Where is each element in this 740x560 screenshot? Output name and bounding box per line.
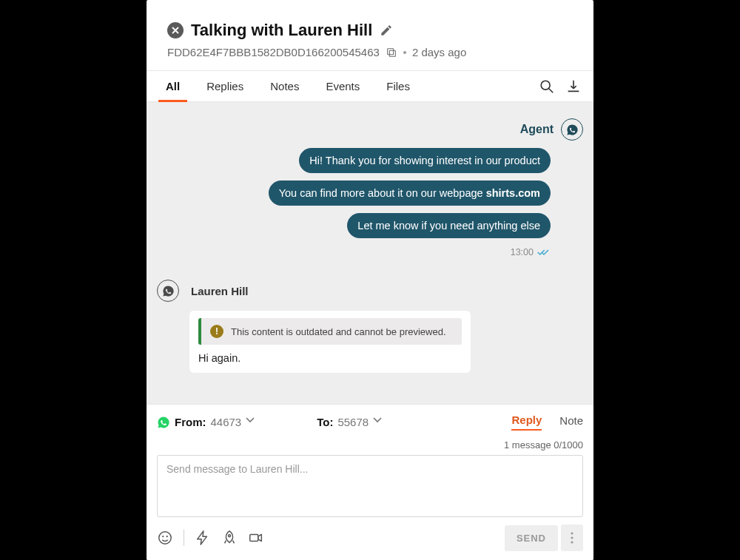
tab-note[interactable]: Note	[559, 414, 583, 430]
svg-point-5	[162, 536, 164, 537]
read-receipt-icon	[537, 248, 551, 257]
tab-events[interactable]: Events	[318, 71, 367, 101]
tab-all[interactable]: All	[158, 71, 187, 101]
agent-name: Agent	[520, 123, 554, 136]
warning-box: ! This content is outdated and cannot be…	[198, 318, 462, 345]
whatsapp-icon	[561, 118, 583, 141]
tab-files[interactable]: Files	[379, 71, 417, 101]
svg-rect-8	[250, 534, 258, 541]
message-link[interactable]: shirts.com	[486, 187, 540, 199]
svg-point-7	[229, 535, 231, 537]
customer-message-bubble: ! This content is outdated and cannot be…	[189, 311, 471, 373]
send-more-icon[interactable]	[561, 524, 583, 551]
message-input[interactable]: Send message to Lauren Hill...	[157, 455, 583, 517]
header: Talking with Lauren Hill FDD62E4F7BBB158…	[147, 0, 593, 71]
to-label: To:	[317, 416, 333, 428]
svg-rect-0	[389, 50, 395, 56]
page-title: Talking with Lauren Hill	[191, 21, 372, 40]
svg-point-2	[541, 81, 550, 90]
tab-notes[interactable]: Notes	[263, 71, 306, 101]
launch-icon[interactable]	[221, 530, 238, 546]
message-text: You can find more about it on our webpag…	[279, 187, 486, 199]
conversation-age: 2 days ago	[412, 46, 466, 58]
to-value: 55678	[337, 416, 369, 428]
message-timestamp: 13:00	[511, 247, 551, 257]
search-icon[interactable]	[539, 78, 555, 95]
svg-point-10	[571, 536, 573, 539]
customer-name: Lauren Hill	[191, 285, 249, 297]
whatsapp-icon	[157, 280, 179, 302]
separator-dot	[403, 51, 406, 54]
time-text: 13:00	[511, 247, 534, 257]
download-icon[interactable]	[565, 78, 582, 95]
tab-reply[interactable]: Reply	[511, 414, 542, 431]
agent-label-row: Agent	[157, 118, 583, 141]
chevron-down-icon[interactable]	[246, 417, 256, 428]
edit-icon[interactable]	[380, 24, 393, 37]
whatsapp-icon	[157, 416, 170, 429]
char-counter: 1 message 0/1000	[157, 439, 583, 451]
svg-point-11	[571, 541, 573, 543]
svg-point-6	[166, 536, 168, 537]
emoji-icon[interactable]	[157, 530, 173, 546]
conversation-id: FDD62E4F7BBB1582DB0D166200545463	[167, 46, 380, 58]
message-bubble: Hi! Thank you for showing interest in ou…	[299, 148, 551, 173]
svg-line-3	[549, 88, 554, 92]
composer: From: 44673 To: 55678 Reply Note 1 messa…	[147, 404, 593, 560]
tab-replies[interactable]: Replies	[199, 71, 251, 101]
from-label: From:	[175, 416, 206, 428]
message-bubble: You can find more about it on our webpag…	[269, 181, 551, 206]
close-icon[interactable]	[167, 22, 184, 38]
svg-point-4	[159, 532, 172, 544]
copy-icon[interactable]	[386, 47, 397, 58]
svg-point-9	[571, 532, 573, 534]
chat-panel: Talking with Lauren Hill FDD62E4F7BBB158…	[147, 0, 593, 560]
warning-icon: !	[210, 325, 223, 338]
from-value: 44673	[211, 416, 242, 428]
chevron-down-icon[interactable]	[373, 417, 383, 428]
customer-message-text: Hi again.	[198, 352, 462, 364]
warning-text: This content is outdated and cannot be p…	[231, 326, 446, 337]
send-button[interactable]: SEND	[505, 525, 558, 551]
video-icon[interactable]	[248, 530, 264, 546]
quick-reply-icon[interactable]	[195, 530, 211, 546]
svg-rect-1	[388, 48, 394, 54]
conversation-area: Agent Hi! Thank you for showing interest…	[147, 102, 593, 404]
divider	[184, 530, 184, 546]
tabs-bar: All Replies Notes Events Files	[147, 71, 593, 102]
message-bubble: Let me know if you need anything else	[347, 213, 551, 238]
customer-label-row: Lauren Hill	[157, 280, 583, 302]
